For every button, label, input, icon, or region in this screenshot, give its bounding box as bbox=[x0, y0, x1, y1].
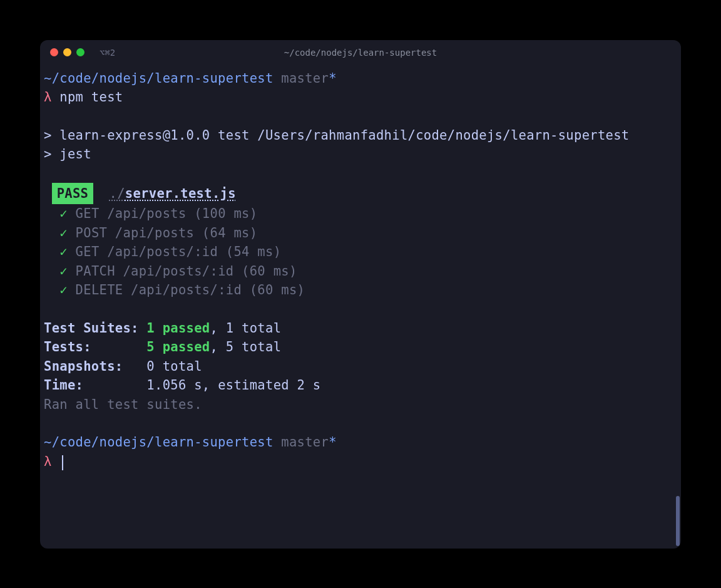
active-prompt[interactable]: λ bbox=[44, 452, 677, 472]
prompt-symbol: λ bbox=[44, 454, 52, 469]
ran-all-line: Ran all test suites. bbox=[44, 395, 677, 415]
test-description: GET /api/posts/:id (54 ms) bbox=[68, 244, 281, 259]
check-icon: ✓ bbox=[59, 282, 68, 297]
command-text: npm test bbox=[52, 90, 123, 105]
check-icon: ✓ bbox=[59, 244, 68, 259]
blank-line bbox=[44, 414, 677, 433]
cursor-icon bbox=[62, 455, 63, 470]
test-description: PATCH /api/posts/:id (60 ms) bbox=[68, 264, 297, 279]
check-icon: ✓ bbox=[59, 206, 68, 221]
test-result-line: ✓ DELETE /api/posts/:id (60 ms) bbox=[44, 281, 677, 300]
prompt-line: ~/code/nodejs/learn-supertest master* bbox=[44, 69, 677, 88]
summary-label: Test Suites: bbox=[44, 321, 146, 336]
summary-suites: Test Suites: 1 passed, 1 total bbox=[44, 319, 677, 338]
test-file-line: PASS ./server.test.js bbox=[44, 183, 677, 205]
test-file-prefix: ./ bbox=[110, 186, 125, 201]
npm-output-line: > jest bbox=[44, 145, 677, 164]
command-line: λ npm test bbox=[44, 88, 677, 107]
test-result-line: ✓ GET /api/posts/:id (54 ms) bbox=[44, 242, 677, 262]
blank-line bbox=[44, 164, 677, 183]
pass-badge: PASS bbox=[52, 183, 94, 205]
summary-total: , 5 total bbox=[210, 339, 282, 354]
terminal-window: ⌥⌘2 ~/code/nodejs/learn-supertest ~/code… bbox=[40, 40, 681, 549]
window-title: ~/code/nodejs/learn-supertest bbox=[284, 48, 437, 58]
git-branch: master bbox=[281, 435, 329, 450]
test-file-name: server.test.js bbox=[125, 186, 236, 201]
git-dirty-asterisk: * bbox=[329, 435, 337, 450]
passed-count: 1 passed bbox=[146, 321, 210, 336]
minimize-icon[interactable] bbox=[63, 48, 71, 56]
traffic-lights bbox=[50, 48, 84, 56]
summary-label: Time: bbox=[44, 378, 146, 393]
prompt-symbol: λ bbox=[44, 90, 52, 105]
tab-indicator: ⌥⌘2 bbox=[100, 48, 115, 58]
summary-label: Snapshots: bbox=[44, 359, 146, 374]
cwd-path: ~/code/nodejs/learn-supertest bbox=[44, 435, 274, 450]
test-description: POST /api/posts (64 ms) bbox=[68, 225, 257, 240]
summary-time: Time: 1.056 s, estimated 2 s bbox=[44, 376, 677, 395]
test-description: GET /api/posts (100 ms) bbox=[68, 206, 257, 221]
summary-value: 0 total bbox=[146, 359, 202, 374]
npm-output-line: > learn-express@1.0.0 test /Users/rahman… bbox=[44, 126, 677, 145]
titlebar: ⌥⌘2 ~/code/nodejs/learn-supertest bbox=[40, 40, 681, 65]
scrollbar[interactable] bbox=[676, 496, 680, 546]
check-icon: ✓ bbox=[59, 225, 68, 240]
prompt-line: ~/code/nodejs/learn-supertest master* bbox=[44, 433, 677, 452]
terminal-body[interactable]: ~/code/nodejs/learn-supertest master* λ … bbox=[40, 65, 681, 475]
git-dirty-asterisk: * bbox=[329, 71, 337, 86]
check-icon: ✓ bbox=[59, 264, 68, 279]
blank-line bbox=[44, 300, 677, 319]
close-icon[interactable] bbox=[50, 48, 58, 56]
blank-line bbox=[44, 107, 677, 126]
maximize-icon[interactable] bbox=[76, 48, 84, 56]
summary-total: , 1 total bbox=[210, 321, 282, 336]
test-result-line: ✓ POST /api/posts (64 ms) bbox=[44, 224, 677, 243]
test-result-line: ✓ PATCH /api/posts/:id (60 ms) bbox=[44, 262, 677, 281]
summary-value: 1.056 s, estimated 2 s bbox=[146, 378, 320, 393]
passed-count: 5 passed bbox=[146, 339, 210, 354]
cwd-path: ~/code/nodejs/learn-supertest bbox=[44, 71, 274, 86]
test-result-line: ✓ GET /api/posts (100 ms) bbox=[44, 204, 677, 224]
summary-tests: Tests: 5 passed, 5 total bbox=[44, 338, 677, 357]
test-description: DELETE /api/posts/:id (60 ms) bbox=[68, 282, 305, 297]
summary-label: Tests: bbox=[44, 339, 146, 354]
summary-snapshots: Snapshots: 0 total bbox=[44, 357, 677, 376]
git-branch: master bbox=[281, 71, 329, 86]
